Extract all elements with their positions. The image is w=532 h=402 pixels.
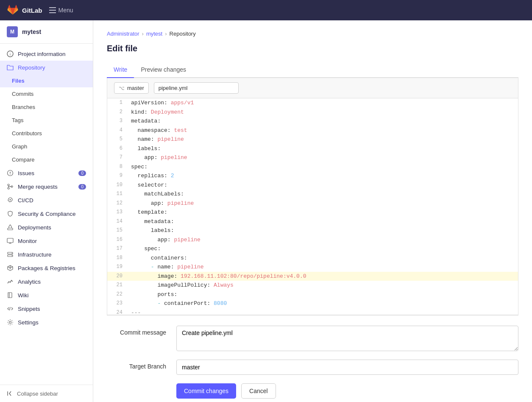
code-line: 21 imagePullPolicy: Always	[107, 281, 518, 290]
gear-icon	[7, 319, 14, 326]
sidebar-header: M mytest	[0, 20, 93, 44]
sidebar-item-label: Monitor	[18, 238, 37, 244]
code-line: 4 namespace: test	[107, 126, 518, 135]
code-editor[interactable]: 1apiVersion: apps/v12kind: Deployment3me…	[107, 98, 518, 315]
sidebar-item-cicd[interactable]: CI/CD	[0, 193, 93, 207]
sidebar-item-security[interactable]: Security & Compliance	[0, 207, 93, 221]
commit-actions: Commit changes Cancel	[107, 383, 518, 399]
cancel-button[interactable]: Cancel	[241, 383, 276, 399]
sidebar-nav: i Project information Repository Files C…	[0, 44, 93, 385]
sidebar-item-files[interactable]: Files	[0, 74, 93, 87]
issues-badge: 0	[78, 170, 86, 176]
commit-message-input[interactable]	[176, 326, 518, 351]
code-line: 6 labels:	[107, 144, 518, 154]
sidebar-item-label: Packages & Registries	[18, 265, 75, 271]
monitor-icon	[7, 237, 14, 244]
sidebar-item-infrastructure[interactable]: Infrastructure	[0, 248, 93, 261]
svg-point-4	[10, 174, 11, 175]
commit-changes-button[interactable]: Commit changes	[176, 383, 236, 399]
mr-badge: 0	[78, 184, 86, 190]
editor-container: ⌥ master 1apiVersion: apps/v12kind: Depl…	[107, 78, 518, 315]
filename-input[interactable]	[154, 82, 239, 94]
sidebar-item-compare[interactable]: Compare	[0, 153, 93, 166]
avatar: M	[7, 26, 18, 37]
sidebar-item-wiki[interactable]: Wiki	[0, 288, 93, 302]
project-name: mytest	[22, 28, 41, 35]
collapse-icon	[7, 390, 14, 397]
sidebar-item-analytics[interactable]: Analytics	[0, 275, 93, 288]
sidebar-item-contributors[interactable]: Contributors	[0, 127, 93, 140]
sidebar-item-label: Repository	[18, 64, 45, 71]
editor-toolbar: ⌥ master	[107, 78, 518, 98]
breadcrumb-mytest[interactable]: mytest	[146, 31, 162, 37]
sidebar-item-merge-requests[interactable]: Merge requests 0	[0, 180, 93, 193]
server-icon	[7, 251, 14, 258]
sidebar-item-project-information[interactable]: i Project information	[0, 47, 93, 61]
commit-message-label: Commit message	[107, 326, 166, 336]
main-content: Administrator › mytest › Repository Edit…	[93, 20, 532, 402]
svg-point-8	[10, 199, 11, 201]
folder-icon	[7, 64, 14, 71]
sidebar-item-label: Infrastructure	[18, 251, 52, 258]
sidebar-item-label: Security & Compliance	[18, 211, 76, 217]
tab-preview[interactable]: Preview changes	[134, 62, 193, 78]
target-branch-label: Target Branch	[107, 360, 166, 370]
branch-selector[interactable]: ⌥ master	[114, 82, 149, 94]
svg-point-6	[8, 187, 9, 189]
sidebar-item-snippets[interactable]: Snippets	[0, 302, 93, 315]
svg-point-5	[8, 184, 9, 186]
branch-name: master	[127, 85, 144, 91]
svg-rect-10	[7, 238, 13, 243]
sidebar-item-label: Wiki	[18, 292, 29, 299]
sidebar-item-repository[interactable]: Repository	[0, 61, 93, 74]
target-branch-input[interactable]	[176, 360, 518, 375]
sidebar-item-label: Snippets	[18, 306, 40, 312]
sidebar-item-label: CI/CD	[18, 197, 33, 204]
sidebar-item-graph[interactable]: Graph	[0, 140, 93, 153]
tab-write[interactable]: Write	[107, 62, 134, 78]
svg-point-14	[11, 255, 12, 256]
collapse-sidebar-button[interactable]: Collapse sidebar	[0, 385, 93, 402]
sidebar-item-label: Deployments	[18, 224, 51, 231]
code-line: 10 selector:	[107, 181, 518, 190]
code-line: 7 app: pipeline	[107, 153, 518, 162]
sidebar-item-branches[interactable]: Branches	[0, 100, 93, 114]
sidebar-item-packages[interactable]: Packages & Registries	[0, 261, 93, 275]
menu-button[interactable]: Menu	[49, 7, 73, 14]
code-line: 14 metadata:	[107, 217, 518, 226]
code-line: 18 containers:	[107, 254, 518, 263]
sidebar-item-label: Commits	[12, 91, 33, 97]
sidebar-item-monitor[interactable]: Monitor	[0, 234, 93, 248]
code-line: 13 template:	[107, 208, 518, 217]
sidebar-item-deployments[interactable]: Deployments	[0, 221, 93, 234]
rocket-icon	[7, 197, 14, 204]
book-icon	[7, 292, 14, 299]
svg-rect-9	[8, 228, 13, 230]
sidebar-item-tags[interactable]: Tags	[0, 114, 93, 127]
sidebar-item-settings[interactable]: Settings	[0, 315, 93, 329]
issue-icon	[7, 170, 14, 176]
code-line: 20 image: 192.168.11.102:80/repo/pipelin…	[107, 272, 518, 281]
sidebar-item-label: Contributors	[12, 130, 42, 137]
code-line: 22 ports:	[107, 290, 518, 299]
sidebar-item-label: Merge requests	[18, 184, 58, 190]
gitlab-logo[interactable]: GitLab	[7, 4, 42, 16]
top-navigation: GitLab Menu	[0, 0, 532, 20]
sidebar-item-commits[interactable]: Commits	[0, 87, 93, 100]
breadcrumb-repository: Repository	[170, 31, 196, 37]
sidebar-item-label: Tags	[12, 117, 23, 123]
sidebar-item-issues[interactable]: Issues 0	[0, 166, 93, 180]
info-icon: i	[7, 50, 14, 57]
code-line: 3metadata:	[107, 117, 518, 126]
merge-icon	[7, 183, 14, 190]
breadcrumb: Administrator › mytest › Repository	[107, 31, 518, 37]
svg-text:i: i	[10, 52, 11, 56]
snippet-icon	[7, 305, 14, 312]
svg-point-13	[11, 253, 12, 254]
sidebar-item-label: Project information	[18, 51, 66, 57]
commit-message-row: Commit message	[107, 326, 518, 351]
hamburger-icon	[49, 7, 56, 13]
sidebar-item-label: Files	[12, 78, 25, 84]
code-line: 17 spec:	[107, 244, 518, 254]
breadcrumb-administrator[interactable]: Administrator	[107, 31, 139, 37]
